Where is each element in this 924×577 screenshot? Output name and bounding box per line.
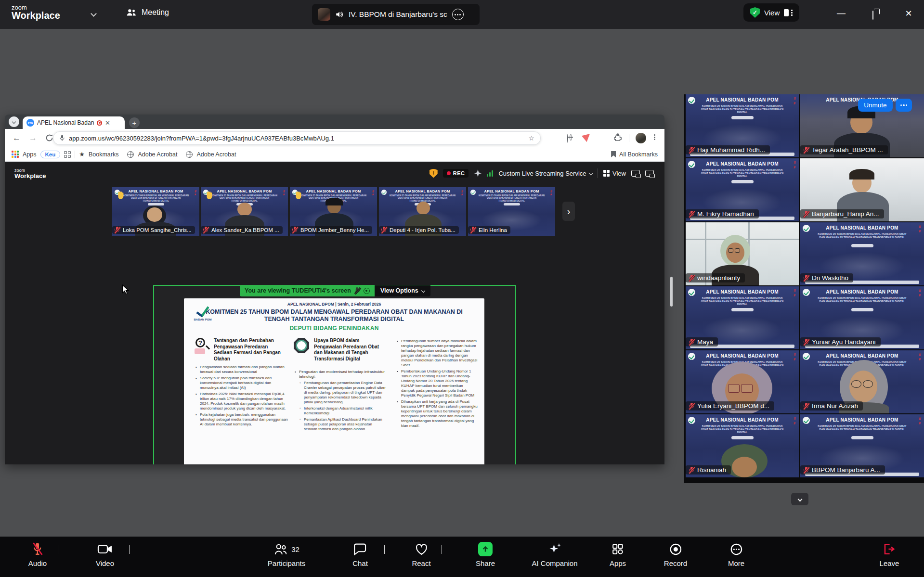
participant-nametag: BPOM Jember_Benny He... [290,226,372,234]
bookmark-grid-icon[interactable] [64,151,71,158]
mic-muted-icon [381,227,387,233]
participant-tile[interactable]: Banjarbaru_Hanip An... [800,158,924,221]
presenter-camera-icon [364,288,370,294]
warning-shield-icon[interactable]: ! [429,169,438,178]
minimize-button[interactable]: — [834,8,848,18]
ai-companion-button[interactable]: AI Companion [532,541,577,567]
tab-close-icon[interactable]: ✕ [105,119,110,127]
participant-gallery: APEL NASIONAL BADAN POMKOMITMEN 25 TAHUN… [684,94,924,483]
bookmark-keu-pill[interactable]: Keu [40,151,61,158]
participant-name: BPOM Jember_Benny He... [300,227,369,233]
participant-name: Elin Herlina [479,227,507,233]
view-options-button[interactable]: View Options [375,285,430,296]
ai-sparkle-icon[interactable] [474,169,482,177]
floating-unmute-button[interactable]: Unmute [858,99,893,112]
share-label: Share [476,559,495,567]
chat-button[interactable]: Chat [352,541,368,567]
address-bar[interactable]: app.zoom.us/wc/96230592283/join?fromPWA=… [53,131,541,145]
gallery-collapse-chevron-button[interactable] [791,493,808,505]
people-icon [126,8,137,17]
forward-icon[interactable]: → [29,133,37,143]
strip-participant-tile[interactable]: APEL NASIONAL BADAN POM KOMITMEN 25 TAHU… [112,187,199,236]
bookmark-apps[interactable]: Apps [23,151,37,158]
tab-more-options-icon[interactable] [452,9,464,20]
browser-profile-avatar[interactable] [636,133,646,143]
extensions-puzzle-icon[interactable] [613,133,622,142]
badan-pom-logo-icon [688,161,695,168]
strip-participant-tile[interactable]: APEL NASIONAL BADAN POM KOMITMEN 25 TAHU… [201,187,288,236]
hashtag-logos: ## [919,353,921,361]
apps-button[interactable]: Apps [610,541,626,567]
popout-video-icon[interactable] [645,170,654,177]
restore-button[interactable] [872,11,873,20]
col1-heading: Tantangan dan Perubahan Pengawasan Pered… [214,338,287,362]
browser-tab[interactable]: zm APEL Nasional Badan Penga ✕ [23,116,125,129]
participant-tile[interactable]: APEL NASIONAL BADAN POMKOMITMEN 25 TAHUN… [686,350,799,413]
floating-more-options-button[interactable] [896,99,912,112]
participant-name: Loka POM Sangihe_Chris... [123,227,192,233]
participant-tile[interactable]: windaaprilianty [686,222,799,285]
back-icon[interactable]: ← [13,133,21,143]
hashtag-logos: ## [550,190,552,196]
participant-tile[interactable]: APEL NASIONAL BADAN POMKOMITMEN 25 TAHUN… [800,286,924,349]
participant-tile[interactable]: APEL NASIONAL BADAN POMKOMITMEN 25 TAHUN… [686,286,799,349]
share-button[interactable]: Share [476,541,495,567]
badan-pom-logo-icon [803,225,810,232]
live-streaming-menu[interactable]: Custom Live Streaming Service [498,170,592,177]
participant-tile-active[interactable]: APEL NASIONAL BADAN POMKOMITMEN 25 TAHUN… [686,94,799,157]
tab-search-chevron-icon[interactable] [9,116,19,127]
react-button[interactable]: React [412,541,430,567]
tab-meeting[interactable]: Meeting [126,8,169,17]
participant-tile[interactable]: APEL NASIONAL BADAN POMKOMITMEN 25 TAHUN… [800,414,924,477]
sub-bullet: Pembangunan dan pemanfaatan Engine Data … [299,381,386,405]
record-button[interactable]: Record [664,541,687,567]
strip-participant-tile[interactable]: APEL NASIONAL BADAN POM KOMITMEN 25 TAHU… [290,187,377,236]
more-button[interactable]: More [728,541,744,567]
leave-button[interactable]: Leave [880,541,899,567]
bookmark-bookmarks[interactable]: Bookmarks [89,151,119,158]
reload-icon[interactable] [45,134,53,142]
active-meeting-tab[interactable]: IV. BBPOM di Banjarbaru's sc [312,4,480,25]
audio-speaker-icon [335,11,344,18]
bookmark-acrobat-2[interactable]: Adobe Acrobat [196,151,236,158]
strip-participant-tile-active-speaker[interactable]: APEL NASIONAL BADAN POM KOMITMEN 25 TAHU… [379,187,466,236]
participant-tile[interactable]: APEL NASIONAL BADAN POMKOMITMEN 25 TAHUN… [686,158,799,221]
participant-name: Alex Sander_Ka BBPOM ... [211,227,279,233]
grid-view-icon [603,170,610,177]
bird-extension-icon[interactable] [582,134,590,142]
globe-extension-icon[interactable] [567,134,568,143]
apps-grid-icon[interactable] [12,151,19,158]
audio-button[interactable]: Audio [28,541,47,567]
close-button[interactable]: ✕ [901,8,916,19]
all-bookmarks[interactable]: All Bookmarks [611,151,658,158]
bookmark-star-icon[interactable]: ☆ [528,134,534,142]
recording-indicator-icon [97,120,102,126]
participants-options-chevron-icon[interactable] [319,545,319,554]
scrollbar-thumb[interactable] [670,277,673,307]
bullet: Pemberlakuan Undang-Undang Nomor 1 Tahun… [397,369,478,398]
participant-tile[interactable]: APEL NASIONAL BADAN POMKOMITMEN 25 TAHUN… [800,222,924,285]
video-options-chevron-icon[interactable] [129,545,130,554]
participants-button[interactable]: 32 Participants [268,541,305,567]
react-options-chevron-icon[interactable] [442,545,442,554]
app-titlebar: zoom Workplace Meeting IV. BBPOM di Banj… [0,0,924,29]
participant-tile[interactable]: APEL NASIONAL BADAN POMKOMITMEN 25 TAHUN… [800,350,924,413]
strip-next-chevron-button[interactable]: › [562,202,575,221]
workspace-chevron-down-icon[interactable] [91,11,97,17]
bookmark-acrobat-1[interactable]: Adobe Acrobat [138,151,177,158]
badan-pom-logo-icon [688,417,695,424]
minimize-video-icon[interactable] [631,170,640,177]
participant-name: Tegar Arafah_BBPOM ... [812,146,883,154]
chat-options-chevron-icon[interactable] [384,545,385,554]
gallery-view-button[interactable]: View [603,170,626,177]
view-menu-button[interactable]: ✓ View [743,3,799,22]
browser-menu-kebab-icon[interactable] [654,134,655,141]
new-tab-button[interactable]: + [129,117,140,128]
mic-muted-icon [114,227,120,233]
strip-participant-tile[interactable]: APEL NASIONAL BADAN POM KOMITMEN 25 TAHU… [468,187,555,236]
participant-tile[interactable]: APEL NASIONAL BADAN POMKOMITMEN 25 TAHUN… [686,414,799,477]
mic-muted-icon [803,467,809,474]
gear-person-icon [294,338,309,353]
video-button[interactable]: Video [96,541,114,567]
audio-options-chevron-icon[interactable] [58,545,58,554]
